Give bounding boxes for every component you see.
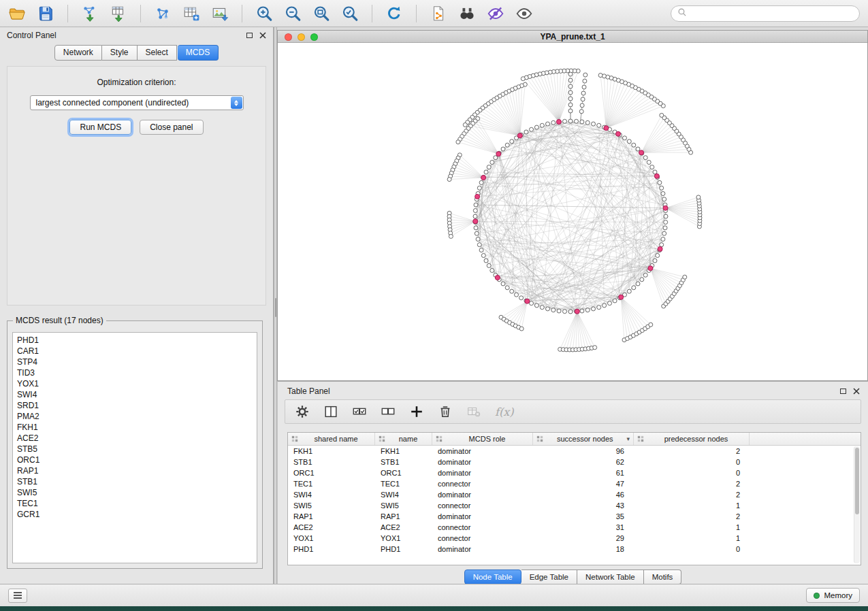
tab-mcds[interactable]: MCDS [178, 45, 219, 61]
tab-network-table[interactable]: Network Table [577, 569, 644, 584]
network-graph[interactable] [278, 43, 867, 380]
mcds-result-item[interactable]: STB5 [17, 444, 253, 455]
mcds-result-item[interactable]: PHD1 [17, 335, 253, 346]
status-list-button[interactable] [8, 589, 27, 603]
tab-select[interactable]: Select [138, 45, 177, 61]
table-row[interactable]: RAP1RAP1dominator352 [288, 511, 861, 522]
column-grid-icon [536, 435, 543, 442]
tab-node-table[interactable]: Node Table [464, 569, 521, 584]
table-row[interactable]: ORC1ORC1dominator610 [288, 467, 861, 478]
function-builder-icon[interactable]: f(x) [495, 406, 513, 418]
table-cell: ORC1 [375, 469, 432, 477]
run-mcds-button[interactable]: Run MCDS [69, 120, 131, 135]
column-header-shared-name[interactable]: shared name [288, 433, 375, 445]
column-header-predecessor-nodes[interactable]: predecessor nodes [634, 433, 750, 445]
minimize-window-icon[interactable] [298, 33, 305, 41]
mcds-result-item[interactable]: RAP1 [17, 465, 253, 476]
table-row[interactable]: STB1STB1dominator620 [288, 457, 861, 467]
table-cell: ACE2 [288, 523, 375, 531]
select-all-icon[interactable] [352, 404, 367, 419]
add-icon[interactable] [409, 404, 424, 419]
divider-grip[interactable] [275, 298, 277, 317]
network-canvas[interactable] [278, 43, 867, 380]
tab-style[interactable]: Style [102, 45, 138, 61]
refresh-icon[interactable] [385, 5, 403, 22]
table-cell: 18 [533, 545, 634, 553]
maximize-window-icon[interactable] [310, 33, 318, 41]
mcds-result-item[interactable]: CAR1 [17, 346, 253, 357]
memory-button[interactable]: Memory [806, 588, 860, 603]
tab-motifs[interactable]: Motifs [644, 569, 682, 584]
table-row[interactable]: SWI5SWI5connector431 [288, 500, 861, 511]
table-export-icon[interactable] [182, 5, 200, 22]
mcds-result-list[interactable]: PHD1CAR1STP4TID3YOX1SWI4SRD1PMA2FKH1ACE2… [12, 332, 257, 563]
save-icon[interactable] [37, 5, 54, 22]
mcds-result-item[interactable]: STB1 [17, 476, 253, 487]
table-cell: 31 [533, 523, 634, 531]
mcds-result-item[interactable]: ORC1 [17, 455, 253, 465]
table-body: FKH1FKH1dominator962STB1STB1dominator620… [288, 446, 861, 555]
mcds-result-item[interactable]: SWI5 [17, 487, 253, 498]
column-header-MCDS-role[interactable]: MCDS role [432, 433, 533, 445]
tab-network[interactable]: Network [54, 45, 102, 61]
mcds-result-item[interactable]: TID3 [17, 367, 253, 378]
mcds-result-item[interactable]: YOX1 [17, 378, 253, 389]
mcds-result-item[interactable]: ACE2 [17, 433, 253, 444]
table-cell: 2 [634, 512, 750, 521]
zoom-in-icon[interactable] [255, 5, 273, 22]
zoom-out-icon[interactable] [284, 5, 302, 22]
close-panel-button[interactable]: Close panel [140, 120, 203, 135]
float-panel-icon[interactable] [246, 33, 253, 38]
gear-icon[interactable] [295, 404, 310, 419]
table-cell: dominator [432, 469, 533, 477]
table-row[interactable]: SWI4SWI4dominator462 [288, 489, 861, 500]
zoom-selected-icon[interactable] [341, 5, 359, 22]
table-cell: connector [432, 480, 533, 488]
import-network-icon[interactable] [81, 5, 99, 22]
image-export-icon[interactable] [211, 5, 229, 22]
close-panel-icon[interactable] [259, 32, 266, 39]
panel-divider[interactable] [274, 27, 277, 584]
zoom-fit-icon[interactable] [312, 5, 330, 22]
table-cell: ORC1 [288, 469, 375, 477]
table-row[interactable]: TEC1TEC1connector472 [288, 478, 861, 489]
column-header-successor-nodes[interactable]: successor nodes▾ [533, 433, 634, 445]
table-row[interactable]: FKH1FKH1dominator962 [288, 446, 861, 457]
columns-icon[interactable] [323, 404, 338, 419]
eye-show-icon[interactable] [515, 5, 533, 22]
table-row[interactable]: PHD1PHD1dominator180 [288, 544, 861, 555]
mcds-result-item[interactable]: PMA2 [17, 411, 253, 422]
table-cell: 61 [533, 469, 634, 477]
folder-open-icon[interactable] [8, 5, 26, 22]
float-table-panel-icon[interactable] [840, 389, 846, 394]
tab-edge-table[interactable]: Edge Table [521, 569, 577, 584]
close-table-panel-icon[interactable] [853, 388, 860, 395]
table-row[interactable]: ACE2ACE2connector311 [288, 522, 861, 533]
close-window-icon[interactable] [285, 33, 292, 41]
mcds-result-item[interactable]: SWI4 [17, 389, 253, 400]
column-header-name[interactable]: name [375, 433, 432, 445]
table-cell: dominator [432, 458, 533, 466]
main-toolbar [0, 0, 868, 27]
import-table-icon[interactable] [110, 5, 127, 22]
table-scrollbar[interactable] [854, 446, 860, 563]
table-cell: STB1 [288, 458, 375, 466]
delete-icon[interactable] [438, 404, 453, 419]
mcds-result-item[interactable]: SRD1 [17, 400, 253, 411]
search-field[interactable] [671, 5, 860, 22]
deselect-all-icon[interactable] [381, 404, 396, 419]
table-row[interactable]: YOX1YOX1connector291 [288, 533, 861, 544]
control-panel-header: Control Panel [0, 27, 273, 44]
scrollbar-handle[interactable] [855, 448, 859, 514]
doc-share-icon[interactable] [430, 5, 447, 22]
mcds-result-item[interactable]: FKH1 [17, 422, 253, 433]
search-input[interactable] [690, 9, 853, 18]
mcds-result-item[interactable]: STP4 [17, 357, 253, 367]
mcds-result-item[interactable]: TEC1 [17, 498, 253, 509]
eye-hide-icon[interactable] [487, 5, 504, 22]
binoculars-icon[interactable] [458, 5, 476, 22]
optimization-criterion-select[interactable]: largest connected component (undirected) [30, 95, 244, 110]
table-clear-icon[interactable] [466, 404, 481, 419]
network-share-icon[interactable] [154, 5, 172, 22]
mcds-result-item[interactable]: GCR1 [17, 509, 253, 520]
